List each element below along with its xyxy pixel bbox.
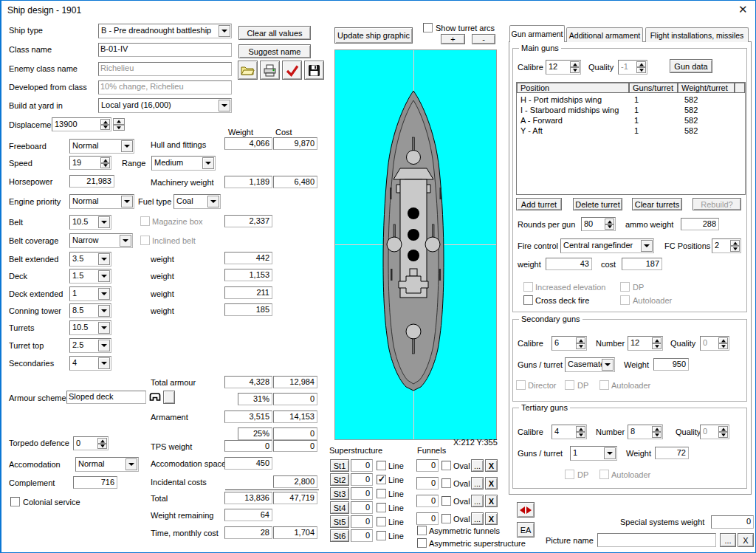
tertiary-guns-turret-select[interactable]: 1	[570, 446, 617, 461]
spinner-down-icon[interactable]	[652, 343, 662, 349]
chevron-down-icon[interactable]	[120, 235, 131, 247]
funnel1-oval-checkbox[interactable]	[441, 461, 451, 470]
open-file-button[interactable]	[238, 61, 258, 80]
funnel2-more-button[interactable]: ...	[471, 477, 484, 490]
deck-select[interactable]: 1.5	[69, 269, 111, 284]
tertiary-calibre-spinner[interactable]: 4	[551, 425, 587, 439]
colonial-service-checkbox[interactable]	[10, 497, 20, 506]
turrets-armour-select[interactable]: 10.5	[69, 320, 111, 335]
ea-button[interactable]: EA	[517, 522, 535, 537]
save-button[interactable]	[304, 61, 324, 80]
spinner-down-icon[interactable]	[718, 432, 728, 438]
spinner-down-icon[interactable]	[100, 163, 110, 169]
chevron-down-icon[interactable]	[202, 157, 214, 169]
close-icon[interactable]: ✕	[738, 4, 748, 14]
chevron-down-icon[interactable]	[121, 196, 133, 207]
engine-priority-select[interactable]: Normal	[69, 194, 134, 209]
chevron-down-icon[interactable]	[219, 25, 230, 37]
secondary-number-spinner[interactable]: 12	[628, 336, 663, 351]
validate-button[interactable]	[282, 61, 302, 80]
spinner-up-icon[interactable]	[113, 118, 125, 125]
chevron-down-icon[interactable]	[604, 447, 616, 459]
belt-coverage-select[interactable]: Narrow	[69, 233, 133, 248]
deck-extended-select[interactable]: 1	[69, 286, 111, 301]
spinner-up-icon[interactable]	[718, 426, 728, 432]
chevron-down-icon[interactable]	[98, 216, 110, 228]
chevron-down-icon[interactable]	[98, 305, 110, 317]
belt-select[interactable]: 10.5	[69, 215, 111, 230]
asymmetric-superstructure-checkbox[interactable]	[417, 538, 427, 548]
funnel3-delete-button[interactable]: X	[485, 495, 498, 507]
secondary-quality-spinner[interactable]: 0	[700, 336, 729, 351]
cross-deck-fire-checkbox[interactable]	[523, 295, 533, 305]
spinner-up-icon[interactable]	[718, 337, 728, 343]
fire-control-select[interactable]: Central rangefinder	[560, 238, 654, 253]
spinner-down-icon[interactable]	[730, 246, 740, 252]
chevron-down-icon[interactable]	[98, 253, 110, 265]
st2-button[interactable]: St2	[330, 473, 349, 486]
spinner-up-icon[interactable]	[100, 119, 110, 125]
funnel2-oval-checkbox[interactable]	[441, 478, 451, 488]
turret-row[interactable]: Y - Aft 1 582	[518, 126, 744, 136]
spinner-down-icon[interactable]	[605, 224, 614, 230]
spinner-up-icon[interactable]	[636, 61, 646, 67]
secondary-guns-turret-select[interactable]: Casemates	[565, 357, 615, 372]
clear-turrets-button[interactable]: Clear turrets	[632, 198, 682, 210]
clear-all-values-button[interactable]: Clear all values	[238, 26, 311, 40]
chevron-down-icon[interactable]	[98, 288, 110, 300]
accomodation-select[interactable]: Normal	[75, 457, 139, 472]
funnel1-delete-button[interactable]: X	[485, 459, 498, 472]
tab-additional-armament[interactable]: Additional armament	[566, 27, 643, 42]
add-turret-button[interactable]: Add turret	[516, 198, 562, 210]
st4-line-checkbox[interactable]	[377, 503, 386, 512]
spinner-down-icon[interactable]	[652, 432, 662, 438]
funnel2-delete-button[interactable]: X	[485, 477, 498, 490]
picture-name-input[interactable]	[597, 533, 716, 547]
funnel3-more-button[interactable]: ...	[471, 495, 484, 507]
tab-flight-installations[interactable]: Flight installations, missiles	[645, 27, 749, 42]
speed-spinner[interactable]: 19	[69, 156, 111, 170]
conning-tower-select[interactable]: 8.5	[69, 303, 111, 318]
gun-data-button[interactable]: Gun data	[670, 59, 712, 73]
chevron-down-icon[interactable]	[126, 458, 137, 470]
st5-button[interactable]: St5	[330, 515, 349, 528]
st1-button[interactable]: St1	[330, 459, 349, 472]
torpedo-defence-spinner[interactable]: 0	[73, 436, 109, 450]
class-name-input[interactable]: B-01-IV	[98, 43, 232, 57]
st3-line-checkbox[interactable]	[377, 489, 386, 498]
spinner-up-icon[interactable]	[730, 240, 740, 246]
spinner-down-icon[interactable]	[570, 67, 580, 73]
st2-line-checkbox[interactable]	[377, 475, 386, 484]
st6-line-checkbox[interactable]	[377, 531, 386, 540]
zoom-out-button[interactable]: -	[472, 34, 495, 44]
spinner-up-icon[interactable]	[570, 61, 580, 67]
belt-extended-select[interactable]: 3.5	[69, 252, 111, 267]
chevron-down-icon[interactable]	[219, 100, 230, 111]
spinner-up-icon[interactable]	[576, 337, 585, 343]
build-yard-select[interactable]: Local yard (16,000)	[98, 98, 232, 113]
spinner-down-icon[interactable]	[576, 343, 585, 349]
main-quality-spinner[interactable]: -1	[618, 60, 647, 75]
chevron-down-icon[interactable]	[207, 196, 219, 207]
range-select[interactable]: Medium	[151, 156, 216, 171]
rounds-per-gun-spinner[interactable]: 80	[581, 217, 616, 231]
chevron-down-icon[interactable]	[121, 140, 133, 152]
suggest-name-button[interactable]: Suggest name	[238, 44, 311, 58]
funnel4-delete-button[interactable]: X	[485, 512, 498, 525]
spinner-up-icon[interactable]	[97, 438, 107, 444]
turret-top-select[interactable]: 2.5	[69, 338, 111, 353]
chevron-down-icon[interactable]	[98, 270, 110, 282]
st5-line-checkbox[interactable]	[377, 517, 386, 526]
spinner-up-icon[interactable]	[652, 337, 662, 343]
tab-gun-armament[interactable]: Gun armament	[509, 25, 565, 42]
picture-browse-button[interactable]: ...	[720, 533, 736, 547]
turret-row[interactable]: I - Starboard midships wing 1 582	[518, 105, 744, 115]
spinner-down-icon[interactable]	[97, 444, 107, 450]
spinner-up-icon[interactable]	[100, 157, 110, 163]
chevron-down-icon[interactable]	[602, 359, 614, 371]
fuel-type-select[interactable]: Coal	[173, 194, 221, 209]
spinner-up-icon[interactable]	[605, 219, 614, 224]
asymmetric-funnels-checkbox[interactable]	[417, 526, 427, 535]
update-ship-graphic-button[interactable]: Update ship graphic	[334, 27, 413, 44]
print-button[interactable]	[260, 61, 280, 80]
